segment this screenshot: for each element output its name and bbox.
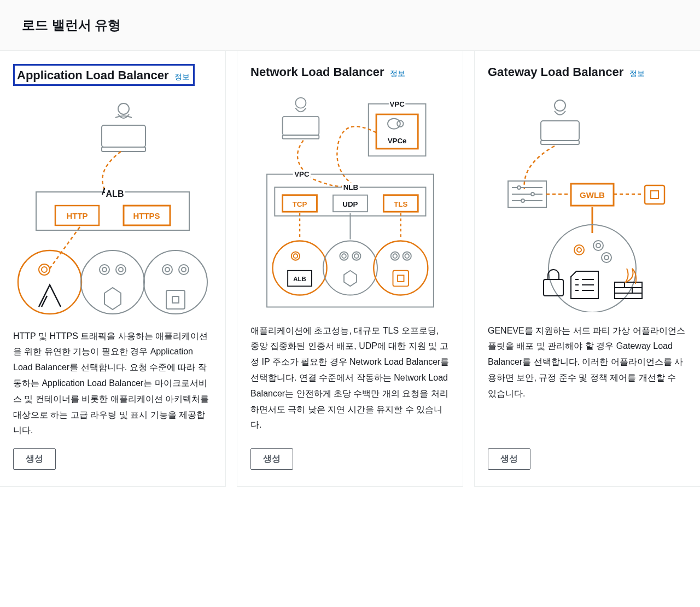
svg-point-50 (272, 241, 326, 295)
svg-text:HTTPS: HTTPS (133, 211, 160, 220)
svg-rect-79 (645, 185, 664, 204)
gwlb-card: Gateway Load Balancer 정보 (474, 51, 700, 487)
svg-point-20 (162, 265, 172, 275)
svg-point-0 (118, 103, 129, 114)
svg-rect-24 (166, 290, 185, 309)
svg-text:ALB: ALB (106, 189, 124, 199)
gwlb-diagram-svg: GWLB (489, 94, 686, 312)
svg-point-59 (352, 252, 360, 260)
nlb-create-button[interactable]: 생성 (250, 448, 293, 470)
svg-point-87 (602, 253, 611, 262)
svg-rect-65 (393, 270, 409, 286)
svg-point-85 (593, 241, 603, 250)
svg-rect-2 (102, 147, 145, 151)
svg-point-61 (390, 252, 399, 260)
svg-point-84 (577, 248, 581, 252)
alb-create-button[interactable]: 생성 (13, 448, 56, 470)
nlb-diagram: VPC VPCe VPC NLB TCP (250, 94, 450, 312)
svg-point-58 (342, 254, 346, 258)
alb-title-highlight: Application Load Balancer 정보 (13, 64, 195, 86)
page-title: 로드 밸런서 유형 (22, 16, 678, 34)
svg-text:NLB: NLB (343, 183, 358, 191)
nlb-card: Network Load Balancer 정보 VPC (237, 51, 463, 487)
svg-point-54 (293, 254, 298, 258)
svg-rect-25 (172, 296, 179, 303)
svg-text:GWLB: GWLB (580, 190, 605, 200)
svg-text:VPC: VPC (389, 100, 405, 108)
svg-point-18 (116, 265, 126, 275)
svg-point-74 (531, 192, 534, 196)
svg-text:VPC: VPC (294, 170, 310, 178)
nlb-title-row: Network Load Balancer 정보 (250, 64, 450, 80)
svg-rect-68 (541, 121, 579, 141)
svg-point-11 (18, 250, 81, 314)
svg-point-12 (81, 250, 144, 314)
svg-point-51 (323, 241, 377, 295)
page-header: 로드 밸런서 유형 (0, 0, 700, 51)
gwlb-create-button[interactable]: 생성 (488, 448, 530, 470)
svg-point-88 (604, 255, 609, 260)
svg-point-53 (291, 252, 299, 260)
svg-point-17 (102, 267, 107, 272)
svg-point-26 (295, 97, 306, 108)
svg-point-21 (165, 267, 170, 272)
alb-info-link[interactable]: 정보 (174, 72, 190, 81)
nlb-title: Network Load Balancer (250, 65, 384, 79)
gwlb-description: GENEVE를 지원하는 서드 파티 가상 어플라이언스 플릿을 배포 및 관리… (488, 323, 687, 439)
svg-point-86 (596, 243, 600, 248)
svg-point-62 (393, 254, 397, 258)
svg-point-76 (521, 199, 524, 202)
svg-rect-90 (615, 282, 642, 299)
svg-rect-80 (651, 191, 658, 199)
svg-point-57 (340, 252, 348, 260)
svg-text:HTTP: HTTP (66, 211, 88, 220)
svg-point-19 (119, 267, 123, 272)
svg-point-60 (354, 254, 359, 258)
alb-title: Application Load Balancer (17, 68, 169, 82)
svg-point-14 (39, 264, 50, 275)
svg-rect-1 (102, 125, 145, 147)
svg-point-16 (100, 265, 109, 275)
svg-rect-28 (282, 135, 319, 139)
nlb-diagram-svg: VPC VPCe VPC NLB TCP (256, 94, 444, 312)
svg-text:TCP: TCP (292, 200, 307, 208)
svg-point-64 (405, 254, 409, 258)
nlb-description: 애플리케이션에 초고성능, 대규모 TLS 오프로딩, 중앙 집중화된 인증서 … (250, 323, 450, 439)
svg-text:VPCe: VPCe (387, 137, 406, 145)
alb-title-row: Application Load Balancer 정보 (13, 64, 212, 86)
nlb-info-link[interactable]: 정보 (390, 69, 405, 78)
svg-text:ALB: ALB (293, 276, 306, 282)
svg-rect-69 (541, 141, 579, 144)
gwlb-title: Gateway Load Balancer (488, 65, 623, 79)
gwlb-title-row: Gateway Load Balancer 정보 (488, 64, 687, 80)
svg-point-63 (402, 252, 411, 260)
alb-description: HTTP 및 HTTPS 트래픽을 사용하는 애플리케이션을 위한 유연한 기능… (13, 329, 212, 439)
svg-point-67 (555, 100, 565, 111)
svg-point-23 (182, 267, 186, 272)
svg-rect-27 (282, 116, 319, 135)
svg-point-22 (179, 265, 189, 275)
svg-point-83 (574, 245, 584, 255)
svg-rect-66 (398, 275, 404, 281)
svg-text:UDP: UDP (342, 200, 358, 208)
alb-card: Application Load Balancer 정보 ALB (0, 51, 226, 487)
svg-point-72 (517, 186, 521, 189)
svg-point-52 (374, 241, 428, 295)
gwlb-diagram: GWLB (488, 94, 687, 312)
svg-point-13 (144, 250, 207, 314)
lb-cards-row: Application Load Balancer 정보 ALB (0, 51, 700, 487)
svg-point-15 (42, 267, 47, 272)
svg-text:TLS: TLS (394, 200, 407, 208)
gwlb-info-link[interactable]: 정보 (629, 69, 645, 78)
alb-diagram: ALB ALB HTTP HTTPS (13, 99, 212, 318)
alb-diagram-svg: ALB ALB HTTP HTTPS (14, 99, 211, 318)
